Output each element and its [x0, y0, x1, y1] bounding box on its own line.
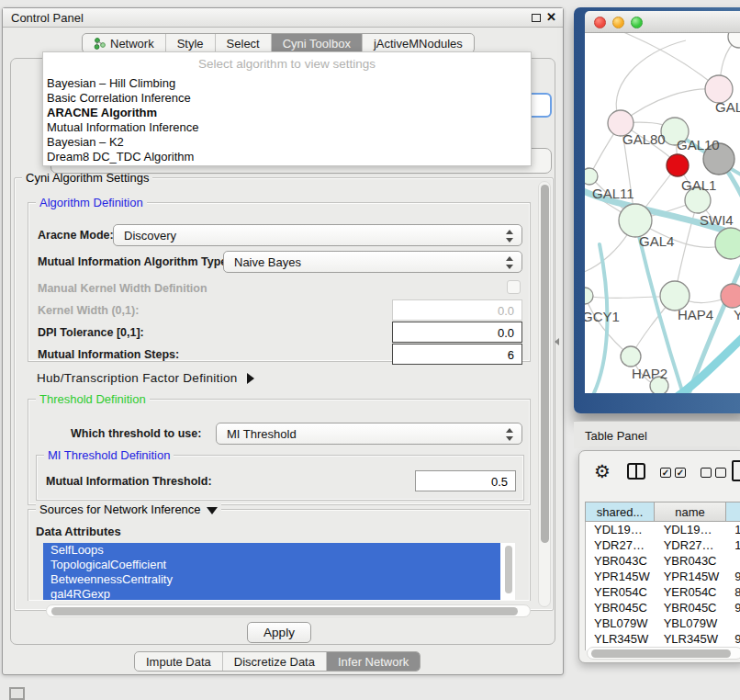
tab-infer-network[interactable]: Infer Network [326, 652, 420, 671]
table-row[interactable]: YPR145WYPR145W9. [586, 569, 740, 584]
tab-style[interactable]: Style [165, 34, 215, 52]
node-label-hap4[interactable]: HAP4 [678, 307, 713, 322]
float-window-icon[interactable] [532, 14, 541, 22]
table-hscrollbar[interactable] [587, 647, 740, 660]
network-graph: GAL80 GAL10 GAL1 GAL11 GAL4 SWI4 GCY1 HA… [585, 33, 740, 393]
gear-icon[interactable]: ⚙ [594, 460, 611, 482]
table-panel-window: ⚙ ✓ ✓ shared... name YDL19…YDL19…13 YDR2… [578, 450, 740, 663]
export-table-icon[interactable] [732, 460, 740, 481]
algorithm-definition-group: Algorithm Definition Aracne Mode: Discov… [28, 202, 531, 362]
tab-cyni-toolbox[interactable]: Cyni Toolbox [271, 34, 362, 52]
node-label-gal4[interactable]: GAL4 [639, 233, 674, 249]
table-row[interactable]: YDL19…YDL19…13 [586, 522, 740, 537]
table-row[interactable]: YER054CYER054C8. [586, 584, 740, 600]
algorithm-option[interactable]: Bayesian – K2 [43, 135, 531, 150]
algorithm-option[interactable]: Basic Correlation Inference [43, 91, 531, 106]
node-label-truncated[interactable]: GAL [715, 99, 740, 115]
node-label-gal80[interactable]: GAL80 [622, 131, 666, 147]
control-panel-titlebar: Control Panel ✕ [3, 8, 563, 28]
table-panel-titlebar: Table Panel [574, 421, 740, 448]
column-header-name[interactable]: name [655, 502, 726, 522]
node-label-gal10[interactable]: GAL10 [677, 137, 720, 152]
table-body: YDL19…YDL19…13 YDR27…YDR27…12 YBR043CYBR… [585, 522, 740, 650]
cyni-algorithm-settings-group: Cyni Algorithm Settings Algorithm Defini… [14, 177, 554, 611]
node-label-gcy1[interactable]: GCY1 [585, 309, 620, 324]
network-canvas[interactable]: GAL80 GAL10 GAL1 GAL11 GAL4 SWI4 GCY1 HA… [585, 33, 740, 393]
algorithm-option[interactable]: Bayesian – Hill Climbing [43, 76, 531, 91]
threshold-definition-group: Threshold Definition Which threshold to … [28, 399, 531, 505]
algorithm-option[interactable]: Dream8 DC_TDC Algorithm [43, 150, 531, 164]
network-view-window: GAL80 GAL10 GAL1 GAL11 GAL4 SWI4 GCY1 HA… [574, 7, 740, 413]
manual-kernel-label: Manual Kernel Width Definition [38, 282, 207, 295]
list-item-selected[interactable]: BetweennessCentrality [43, 572, 500, 587]
zoom-traffic-light-icon[interactable] [631, 17, 643, 28]
column-header-shared-name[interactable]: shared... [585, 502, 655, 522]
aracne-mode-combobox[interactable]: Discovery [113, 224, 522, 246]
select-all-checkbox-icon[interactable]: ✓ [675, 468, 686, 478]
settings-hscrollbar[interactable] [46, 604, 531, 617]
deselect-checkbox-icon[interactable] [701, 468, 712, 478]
group-title: Threshold Definition [36, 392, 150, 406]
mi-steps-label: Mutual Information Steps: [38, 348, 179, 361]
mi-steps-input[interactable]: 6 [392, 344, 522, 365]
apply-button[interactable]: Apply [247, 622, 311, 643]
kernel-width-label: Kernel Width (0,1): [38, 304, 139, 317]
tab-network[interactable]: Network [83, 34, 165, 52]
which-threshold-label: Which threshold to use: [71, 427, 201, 440]
table-panel-title: Table Panel [585, 429, 647, 443]
dpi-tolerance-label: DPI Tolerance [0,1]: [38, 326, 144, 339]
close-traffic-light-icon[interactable] [594, 17, 606, 28]
node-label-swi4[interactable]: SWI4 [700, 212, 734, 228]
column-header-truncated[interactable] [726, 502, 740, 522]
dpi-tolerance-input[interactable]: 0.0 [392, 322, 522, 343]
list-scrollbar[interactable] [505, 546, 512, 593]
mi-type-combobox[interactable]: Naive Bayes [223, 251, 522, 273]
table-toolbar: ⚙ ✓ ✓ [579, 457, 740, 490]
cyni-bottom-tabs: Impute Data Discretize Data Infer Networ… [134, 651, 420, 672]
list-item-selected[interactable]: TopologicalCoefficient [43, 558, 500, 572]
node-label-gal11[interactable]: GAL11 [592, 186, 634, 201]
kernel-width-input[interactable]: 0.0 [392, 299, 522, 321]
bottom-left-fragment-icon[interactable] [9, 687, 25, 700]
panel-divider-handle[interactable] [555, 338, 559, 345]
table-row[interactable]: YLR345WYLR345W9. [586, 631, 740, 647]
settings-scrollbar[interactable] [538, 181, 551, 607]
data-attributes-list: SelfLoops TopologicalCoefficient Between… [43, 543, 515, 600]
select-all-checkbox-icon[interactable]: ✓ [660, 468, 671, 478]
table-row[interactable]: YBR043CYBR043C [586, 553, 740, 569]
tab-select[interactable]: Select [215, 34, 271, 52]
tab-discretize-data[interactable]: Discretize Data [222, 652, 326, 671]
algorithm-dropdown-popup: Select algorithm to view settings Bayesi… [42, 51, 532, 166]
node-label-truncated[interactable]: Y [734, 307, 740, 322]
minimize-traffic-light-icon[interactable] [612, 17, 624, 28]
close-icon[interactable]: ✕ [546, 10, 556, 24]
hub-definition-expander[interactable]: Hub/Transcription Factor Definition [37, 371, 254, 385]
tab-jactivemnodules[interactable]: jActiveMNodules [362, 34, 474, 52]
node-label-gal1[interactable]: GAL1 [681, 177, 716, 193]
group-title: MI Threshold Definition [44, 448, 174, 462]
collapse-arrow-icon [207, 507, 218, 514]
combo-stepper-icon [506, 256, 513, 269]
tab-label: Network [110, 37, 154, 51]
data-attributes-label: Data Attributes [36, 525, 121, 538]
table-row[interactable]: YBL079WYBL079W [586, 615, 740, 631]
list-item-selected[interactable]: gal4RGexp [43, 587, 500, 600]
list-item-selected[interactable]: SelfLoops [43, 543, 500, 558]
algorithm-prompt: Select algorithm to view settings [43, 52, 531, 76]
manual-kernel-checkbox[interactable] [507, 280, 521, 294]
tab-impute-data[interactable]: Impute Data [135, 652, 222, 671]
algorithm-option-selected[interactable]: ARACNE Algorithm [43, 106, 531, 120]
column-split-icon[interactable] [627, 463, 645, 480]
table-header: shared... name [585, 502, 740, 522]
aracne-mode-label: Aracne Mode: [38, 229, 114, 242]
table-row[interactable]: YDR27…YDR27…12 [586, 537, 740, 553]
which-threshold-combobox[interactable]: MI Threshold [216, 423, 522, 445]
mi-type-label: Mutual Information Algorithm Type: [38, 255, 230, 268]
mi-threshold-input[interactable]: 0.5 [415, 470, 516, 491]
table-row[interactable]: YBR045CYBR045C9. [586, 600, 740, 615]
deselect-checkbox-icon[interactable] [715, 468, 726, 478]
node-label-hap2[interactable]: HAP2 [632, 366, 667, 381]
sources-title[interactable]: Sources for Network Inference [36, 502, 221, 516]
algorithm-option[interactable]: Mutual Information Inference [43, 120, 531, 135]
control-panel-window: Control Panel ✕ Network Style Select Cyn… [2, 7, 564, 675]
